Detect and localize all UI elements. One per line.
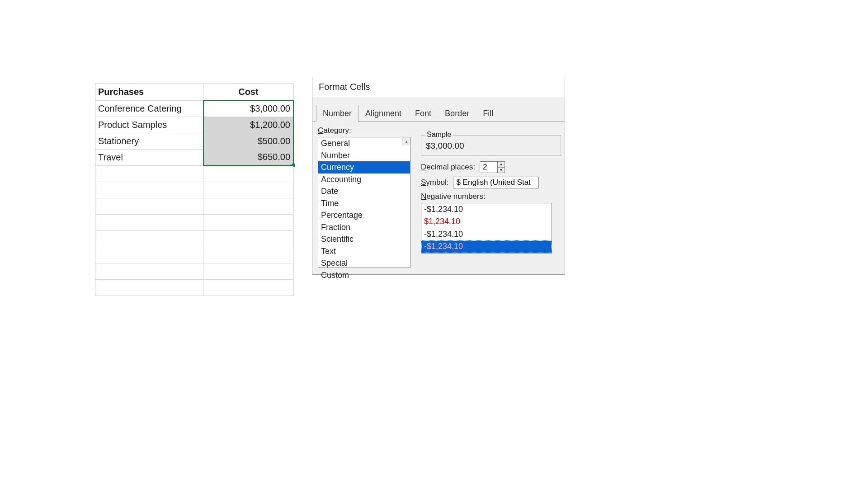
neg-option-3[interactable]: -$1,234.10 xyxy=(421,228,552,240)
category-fraction[interactable]: Fraction xyxy=(318,221,410,234)
negative-numbers-listbox[interactable]: -$1,234.10 $1,234.10 -$1,234.10 -$1,234.… xyxy=(421,203,552,253)
category-accounting[interactable]: Accounting xyxy=(318,174,410,186)
neg-option-4[interactable]: -$1,234.10 xyxy=(421,240,552,253)
tab-number[interactable]: Number xyxy=(316,105,359,122)
cell-a2[interactable]: Conference Catering xyxy=(95,100,203,117)
category-time[interactable]: Time xyxy=(318,197,410,210)
cell-blank[interactable] xyxy=(203,165,293,182)
cell-b2-selected-active[interactable]: $3,000.00 xyxy=(203,100,293,117)
cell-a5[interactable]: Travel xyxy=(95,149,203,165)
category-percentage[interactable]: Percentage xyxy=(318,209,410,221)
accel-s: S xyxy=(421,178,426,187)
tab-fill[interactable]: Fill xyxy=(476,105,500,122)
spin-up-icon[interactable]: ▲ xyxy=(498,162,505,168)
cell-b3-selected[interactable]: $1,200.00 xyxy=(203,117,293,133)
category-label-rest: ategory: xyxy=(323,126,351,135)
cell-blank[interactable] xyxy=(203,279,293,296)
cell-blank[interactable] xyxy=(203,230,293,247)
category-date[interactable]: Date xyxy=(318,185,410,197)
cell-a4[interactable]: Stationery xyxy=(95,133,203,149)
cell-b4-selected[interactable]: $500.00 xyxy=(203,133,293,149)
cell-blank[interactable] xyxy=(203,214,293,230)
neg-label-rest: egative numbers: xyxy=(426,192,485,201)
decimal-places-label: Decimal places: xyxy=(421,163,475,172)
accel-c: C xyxy=(318,126,323,135)
category-currency[interactable]: Currency xyxy=(318,161,410,174)
cell-blank[interactable] xyxy=(95,198,203,214)
dialog-tabstrip: Number Alignment Font Border Fill xyxy=(312,104,565,121)
neg-option-1[interactable]: -$1,234.10 xyxy=(421,203,552,216)
cell-blank[interactable] xyxy=(95,165,203,182)
category-general[interactable]: General xyxy=(318,137,410,150)
cell-blank[interactable] xyxy=(203,247,293,263)
accel-n: N xyxy=(421,192,426,201)
sample-value: $3,000.00 xyxy=(426,139,556,151)
cell-blank[interactable] xyxy=(95,247,203,263)
accel-d: D xyxy=(421,163,426,171)
scroll-up-icon[interactable]: ▴ xyxy=(402,137,410,145)
cell-blank[interactable] xyxy=(203,263,293,279)
symbol-label: Symbol: xyxy=(421,178,448,187)
sample-label: Sample xyxy=(425,131,453,139)
category-custom[interactable]: Custom xyxy=(318,269,410,282)
negative-numbers-label: Negative numbers: xyxy=(421,192,561,201)
format-cells-dialog: Format Cells Number Alignment Font Borde… xyxy=(312,77,565,275)
category-number[interactable]: Number xyxy=(318,150,410,162)
decimal-places-spinner[interactable]: ▲ ▼ xyxy=(480,161,505,173)
symbol-label-rest: ymbol: xyxy=(426,178,448,187)
header-cost[interactable]: Cost xyxy=(203,84,293,100)
cell-a3[interactable]: Product Samples xyxy=(95,117,203,133)
category-scientific[interactable]: Scientific xyxy=(318,233,410,245)
tab-number-panel: Category: ▴ General Number Currency Acco… xyxy=(312,121,565,274)
cell-blank[interactable] xyxy=(203,182,293,198)
cell-blank[interactable] xyxy=(95,214,203,230)
symbol-dropdown[interactable] xyxy=(453,177,539,188)
cell-b5-selected[interactable]: $650.00 xyxy=(203,149,293,165)
category-listbox[interactable]: ▴ General Number Currency Accounting Dat… xyxy=(318,137,410,268)
tab-font[interactable]: Font xyxy=(408,105,438,122)
dialog-title: Format Cells xyxy=(312,77,565,98)
header-purchases[interactable]: Purchases xyxy=(95,84,203,100)
cell-blank[interactable] xyxy=(95,182,203,198)
tab-border[interactable]: Border xyxy=(438,105,476,122)
cell-b5-value: $650.00 xyxy=(258,152,290,162)
neg-option-2[interactable]: $1,234.10 xyxy=(421,216,552,228)
category-special[interactable]: Special xyxy=(318,257,410,269)
decimal-label-rest: ecimal places: xyxy=(426,163,475,171)
cell-blank[interactable] xyxy=(95,263,203,279)
sample-group: Sample $3,000.00 xyxy=(421,135,561,156)
tab-alignment[interactable]: Alignment xyxy=(359,105,408,122)
category-text[interactable]: Text xyxy=(318,245,410,258)
worksheet-grid[interactable]: Purchases Cost Conference Catering $3,00… xyxy=(95,84,294,296)
decimal-places-input[interactable] xyxy=(480,162,497,173)
cell-blank[interactable] xyxy=(95,230,203,247)
cell-blank[interactable] xyxy=(203,198,293,214)
cell-blank[interactable] xyxy=(95,279,203,296)
spin-down-icon[interactable]: ▼ xyxy=(498,168,505,173)
